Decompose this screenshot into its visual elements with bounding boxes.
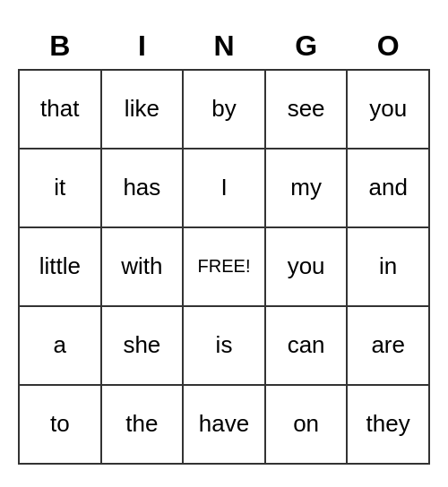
bingo-row: thatlikebyseeyou: [19, 70, 429, 149]
cell-r3-c1[interactable]: she: [101, 306, 184, 385]
cell-r4-c0[interactable]: to: [19, 385, 101, 464]
cell-r1-c4[interactable]: and: [347, 149, 429, 227]
cell-r1-c2[interactable]: I: [183, 149, 265, 227]
cell-r3-c4[interactable]: are: [347, 306, 429, 385]
bingo-row: ithasImyand: [19, 149, 429, 227]
bingo-card: BINGO thatlikebyseeyouithasImyandlittlew…: [18, 23, 430, 465]
cell-r4-c1[interactable]: the: [101, 385, 184, 464]
cell-r2-c3[interactable]: you: [265, 227, 348, 306]
bingo-row: asheiscanare: [19, 306, 429, 385]
bingo-row: littlewithFREE!youin: [19, 227, 429, 306]
header-col-g: G: [265, 23, 348, 70]
bingo-header-row: BINGO: [19, 23, 429, 70]
cell-r4-c2[interactable]: have: [183, 385, 265, 464]
cell-r4-c4[interactable]: they: [347, 385, 429, 464]
header-col-i: I: [101, 23, 184, 70]
cell-r0-c2[interactable]: by: [183, 70, 265, 149]
cell-r1-c3[interactable]: my: [265, 149, 348, 227]
cell-r4-c3[interactable]: on: [265, 385, 348, 464]
cell-r2-c2[interactable]: FREE!: [183, 227, 265, 306]
cell-r1-c1[interactable]: has: [101, 149, 184, 227]
cell-r2-c0[interactable]: little: [19, 227, 101, 306]
cell-r0-c4[interactable]: you: [347, 70, 429, 149]
cell-r0-c1[interactable]: like: [101, 70, 184, 149]
cell-r3-c2[interactable]: is: [183, 306, 265, 385]
cell-r3-c0[interactable]: a: [19, 306, 101, 385]
header-col-b: B: [19, 23, 101, 70]
cell-r2-c1[interactable]: with: [101, 227, 184, 306]
cell-r0-c3[interactable]: see: [265, 70, 348, 149]
cell-r2-c4[interactable]: in: [347, 227, 429, 306]
cell-r1-c0[interactable]: it: [19, 149, 101, 227]
cell-r0-c0[interactable]: that: [19, 70, 101, 149]
cell-r3-c3[interactable]: can: [265, 306, 348, 385]
header-col-n: N: [183, 23, 265, 70]
bingo-row: tothehaveonthey: [19, 385, 429, 464]
header-col-o: O: [347, 23, 429, 70]
